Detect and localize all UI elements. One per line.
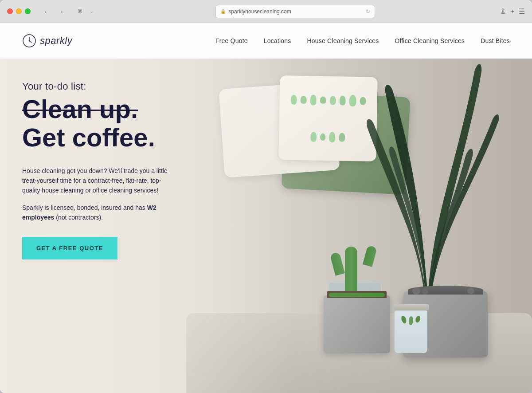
chevron-down-icon[interactable]: ⌄ [86, 7, 96, 16]
url-text: sparklyhousecleaning.com [228, 8, 291, 15]
browser-window: ‹ › ⌘ ⌄ 🔒 sparklyhousecleaning.com ↻ ⇫ +… [0, 0, 532, 393]
hero-body-2-suffix: (not contractors). [54, 214, 103, 221]
browser-toolbar-right: ⇫ + ☰ [500, 7, 525, 16]
grid-icon[interactable]: ⌘ [75, 7, 85, 16]
hero-title: Clean up. Get coffee. [22, 95, 173, 152]
browser-titlebar: ‹ › ⌘ ⌄ 🔒 sparklyhousecleaning.com ↻ ⇫ +… [0, 0, 532, 23]
site-logo[interactable]: sparkly [22, 34, 72, 48]
hero-title-normal: Get coffee. [22, 123, 155, 152]
cta-button[interactable]: GET A FREE QUOTE [22, 237, 117, 259]
website-content: sparkly Free Quote Locations House Clean… [0, 23, 532, 393]
logo-icon [22, 34, 36, 48]
nav-links: Free Quote Locations House Cleaning Serv… [215, 37, 510, 44]
logo-text: sparkly [40, 35, 72, 47]
traffic-lights [7, 8, 31, 14]
share-icon[interactable]: ⇫ [500, 7, 506, 16]
hero-content: Your to-do list: Clean up. Get coffee. H… [22, 81, 173, 259]
sidebar-icon[interactable]: ☰ [519, 7, 525, 16]
window-controls: ⌘ ⌄ [75, 7, 96, 16]
close-button[interactable] [7, 8, 13, 14]
hero-subtitle: Your to-do list: [22, 81, 173, 92]
nav-free-quote[interactable]: Free Quote [215, 37, 248, 44]
forward-button[interactable]: › [55, 5, 68, 18]
nav-locations[interactable]: Locations [264, 37, 291, 44]
hero-title-strikethrough: Clean up. [22, 94, 138, 123]
new-tab-icon[interactable]: + [510, 8, 514, 16]
reload-icon[interactable]: ↻ [366, 8, 370, 15]
svg-point-3 [29, 40, 30, 42]
nav-office-cleaning[interactable]: Office Cleaning Services [395, 37, 465, 44]
maximize-button[interactable] [25, 8, 31, 14]
back-button[interactable]: ‹ [39, 5, 52, 18]
lock-icon: 🔒 [220, 9, 226, 14]
address-bar-wrapper: 🔒 sparklyhousecleaning.com ↻ [102, 5, 489, 18]
minimize-button[interactable] [16, 8, 22, 14]
hero-body-2-prefix: Sparkly is licensed, bonded, insured and… [22, 204, 147, 211]
hero-body-1: House cleaning got you down? We'll trade… [22, 166, 173, 196]
nav-dust-bites[interactable]: Dust Bites [481, 37, 510, 44]
hero-section: Your to-do list: Clean up. Get coffee. H… [0, 59, 532, 393]
nav-house-cleaning[interactable]: House Cleaning Services [307, 37, 379, 44]
browser-nav: ‹ › [39, 5, 68, 18]
hero-body-2: Sparkly is licensed, bonded, insured and… [22, 203, 173, 223]
site-nav: sparkly Free Quote Locations House Clean… [0, 23, 532, 59]
address-bar[interactable]: 🔒 sparklyhousecleaning.com ↻ [215, 5, 375, 18]
